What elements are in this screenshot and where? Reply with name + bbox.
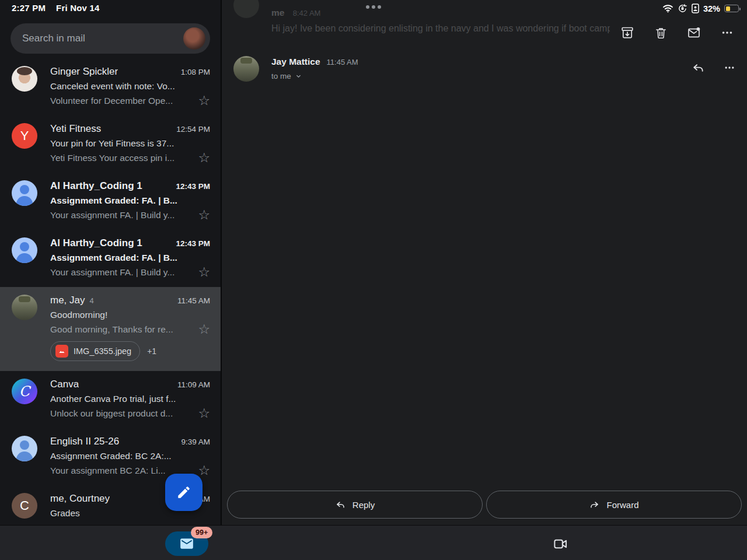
attachment-extra-count[interactable]: +1: [147, 346, 156, 356]
email-subject: Assignment Graded: FA. | B...: [50, 195, 210, 206]
sender-avatar[interactable]: Y: [12, 123, 37, 149]
forward-label: Forward: [606, 500, 638, 510]
previous-message-snippet: Hi jay! Ive been considering enlisting i…: [271, 23, 610, 34]
star-icon[interactable]: ☆: [198, 407, 210, 420]
message-sender: Jay Mattice: [271, 57, 320, 67]
bottom-tab-bar: 99+: [0, 525, 747, 560]
sender-name: English II 25-26: [50, 436, 119, 447]
sender-name: me, Jay: [50, 295, 85, 306]
star-icon[interactable]: ☆: [198, 323, 210, 336]
message-toolbar: [620, 26, 734, 40]
more-icon[interactable]: [720, 26, 734, 40]
email-snippet: Unlock our biggest product d...: [50, 408, 193, 419]
search-input[interactable]: Search in mail: [11, 23, 210, 54]
email-list: Ginger Spickler 1:08 PM Canceled event w…: [0, 58, 221, 525]
sender-name: Al Harthy_Coding 1: [50, 180, 142, 192]
image-attachment-icon: [55, 345, 68, 358]
mail-tab-icon: [179, 536, 194, 551]
email-list-item[interactable]: Ginger Spickler 1:08 PM Canceled event w…: [0, 58, 221, 116]
forward-arrow-icon: [589, 499, 600, 510]
sender-avatar[interactable]: [12, 237, 37, 263]
status-bar-left: 2:27 PMFri Nov 14: [12, 3, 100, 13]
sender-avatar[interactable]: [12, 66, 37, 92]
email-time: 11:45 AM: [174, 296, 210, 305]
compose-button[interactable]: [165, 474, 203, 511]
email-time: 11:09 AM: [174, 380, 210, 389]
email-time: 12:54 PM: [173, 125, 210, 134]
email-subject: Another Canva Pro trial, just f...: [50, 394, 210, 404]
wifi-icon: [662, 4, 673, 13]
delete-icon[interactable]: [654, 26, 668, 40]
email-time: 12:43 PM: [172, 239, 210, 248]
sender-avatar[interactable]: [233, 56, 259, 82]
reply-arrow-icon: [335, 499, 346, 510]
email-snippet: Yeti Fitness Your access pin i...: [50, 153, 193, 163]
orientation-lock-icon: [678, 4, 687, 13]
attachment-name: IMG_6355.jpeg: [74, 346, 131, 356]
reply-button[interactable]: Reply: [227, 491, 483, 519]
email-list-item[interactable]: me, Jay 4 11:45 AM Goodmorning! Good mor…: [0, 287, 221, 371]
sender-name: Yeti Fitness: [50, 123, 101, 135]
forward-button[interactable]: Forward: [486, 491, 742, 519]
email-snippet: Good morning, Thanks for re...: [50, 324, 193, 335]
reply-label: Reply: [352, 500, 375, 510]
chevron-down-icon: [295, 72, 302, 80]
message-more-icon[interactable]: [722, 61, 736, 75]
sender-name: me, Courtney: [50, 493, 110, 505]
message-header: Jay Mattice 11:45 AM to me: [233, 56, 736, 82]
previous-time: 8:42 AM: [293, 9, 321, 18]
conversation-pane: me 8:42 AM Hi jay! Ive been considering …: [222, 0, 747, 525]
search-placeholder: Search in mail: [22, 33, 183, 44]
meet-camera-icon: [553, 536, 568, 552]
sender-avatar[interactable]: [12, 295, 37, 320]
previous-sender: me: [271, 8, 284, 18]
tab-meet[interactable]: [544, 531, 576, 556]
email-subject: Assignment Graded: BC 2A:...: [50, 451, 210, 461]
thread-count: 4: [90, 296, 94, 305]
star-icon[interactable]: ☆: [198, 464, 210, 477]
mark-unread-icon[interactable]: [687, 26, 701, 40]
email-snippet: Your assignment FA. | Build y...: [50, 210, 193, 220]
star-icon[interactable]: ☆: [198, 265, 210, 279]
star-icon[interactable]: ☆: [198, 151, 210, 164]
avatar-initial: C: [20, 498, 29, 513]
unread-count-badge: 99+: [191, 527, 212, 538]
email-time: 1:08 PM: [177, 68, 210, 76]
star-icon[interactable]: ☆: [198, 208, 210, 222]
reply-icon[interactable]: [691, 61, 705, 75]
pencil-icon: [176, 485, 191, 500]
email-subject: Assignment Graded: FA. | B...: [50, 253, 210, 263]
window-drag-handle[interactable]: [366, 5, 381, 9]
clock-time: 2:27 PM: [12, 3, 46, 13]
message-body: [233, 94, 736, 487]
mail-list-pane: Search in mail Ginger Spickler 1:08 PM C…: [0, 0, 221, 525]
avatar-initial: C: [19, 383, 30, 400]
attachment-chip[interactable]: IMG_6355.jpeg: [50, 341, 140, 361]
email-time: 9:39 AM: [177, 438, 210, 446]
email-subject: Canceled event with note: Vo...: [50, 81, 210, 92]
email-list-item[interactable]: Al Harthy_Coding 1 12:43 PM Assignment G…: [0, 230, 221, 287]
star-icon[interactable]: ☆: [198, 94, 210, 107]
avatar-initial: Y: [20, 128, 29, 144]
email-snippet: Your assignment FA. | Build y...: [50, 267, 193, 278]
email-list-item[interactable]: C Canva 11:09 AM Another Canva Pro trial…: [0, 371, 221, 428]
tab-mail[interactable]: 99+: [165, 531, 208, 556]
archive-icon[interactable]: [620, 26, 634, 40]
sender-avatar[interactable]: C: [12, 493, 37, 519]
email-snippet: Volunteer for December Ope...: [50, 96, 193, 106]
sender-avatar[interactable]: C: [12, 379, 37, 404]
email-list-item[interactable]: Al Harthy_Coding 1 12:43 PM Assignment G…: [0, 173, 221, 230]
battery-icon: [724, 5, 739, 12]
sender-avatar[interactable]: [12, 436, 37, 461]
status-bar-right: 32%: [662, 4, 739, 13]
email-time: 12:43 PM: [172, 182, 210, 191]
account-avatar[interactable]: [183, 27, 205, 50]
sender-avatar[interactable]: [12, 180, 37, 206]
email-subject: Goodmorning!: [50, 310, 210, 320]
status-date: Fri Nov 14: [56, 3, 100, 13]
recipient-row[interactable]: to me: [271, 72, 691, 80]
sender-name: Al Harthy_Coding 1: [50, 237, 142, 249]
recipient-label: to me: [271, 72, 291, 80]
email-list-item[interactable]: Y Yeti Fitness 12:54 PM Your pin for Yet…: [0, 116, 221, 173]
sender-name: Canva: [50, 379, 79, 390]
